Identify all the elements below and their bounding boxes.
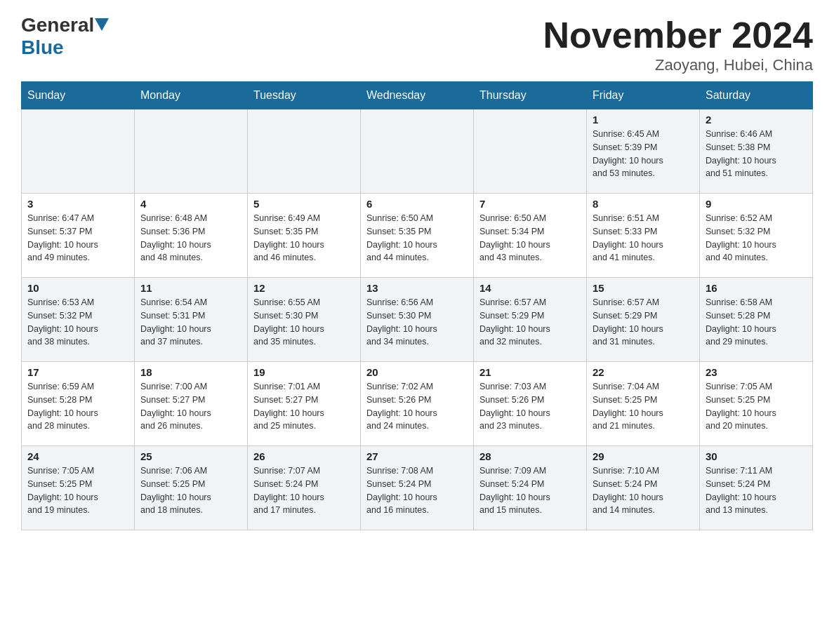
day-info: Sunrise: 7:11 AMSunset: 5:24 PMDaylight:… <box>706 464 807 517</box>
day-info: Sunrise: 6:46 AMSunset: 5:38 PMDaylight:… <box>706 128 807 180</box>
calendar-cell: 3Sunrise: 6:47 AMSunset: 5:37 PMDaylight… <box>22 194 135 278</box>
day-info: Sunrise: 6:55 AMSunset: 5:30 PMDaylight:… <box>253 296 355 349</box>
calendar-cell: 9Sunrise: 6:52 AMSunset: 5:32 PMDaylight… <box>700 194 813 278</box>
calendar-cell: 1Sunrise: 6:45 AMSunset: 5:39 PMDaylight… <box>587 109 700 194</box>
day-info: Sunrise: 6:45 AMSunset: 5:39 PMDaylight:… <box>593 128 694 180</box>
weekday-header-row: SundayMondayTuesdayWednesdayThursdayFrid… <box>22 82 813 109</box>
day-info: Sunrise: 7:03 AMSunset: 5:26 PMDaylight:… <box>479 380 581 433</box>
day-number: 17 <box>27 366 128 378</box>
day-number: 11 <box>140 282 241 294</box>
weekday-header-wednesday: Wednesday <box>361 82 474 109</box>
calendar-cell: 8Sunrise: 6:51 AMSunset: 5:33 PMDaylight… <box>587 194 700 278</box>
calendar-cell <box>361 109 474 194</box>
day-number: 13 <box>366 282 468 294</box>
day-info: Sunrise: 6:48 AMSunset: 5:36 PMDaylight:… <box>140 212 241 264</box>
day-info: Sunrise: 6:47 AMSunset: 5:37 PMDaylight:… <box>27 212 128 264</box>
calendar-cell: 25Sunrise: 7:06 AMSunset: 5:25 PMDayligh… <box>135 446 248 530</box>
calendar-cell <box>248 109 361 194</box>
calendar-cell <box>474 109 587 194</box>
week-row-5: 24Sunrise: 7:05 AMSunset: 5:25 PMDayligh… <box>22 446 813 530</box>
day-number: 2 <box>706 114 807 126</box>
title-section: November 2024 Zaoyang, Hubei, China <box>543 14 813 74</box>
day-info: Sunrise: 7:06 AMSunset: 5:25 PMDaylight:… <box>140 464 241 517</box>
calendar-cell: 11Sunrise: 6:54 AMSunset: 5:31 PMDayligh… <box>135 278 248 362</box>
day-number: 29 <box>593 450 694 462</box>
day-info: Sunrise: 6:57 AMSunset: 5:29 PMDaylight:… <box>593 296 694 349</box>
day-number: 25 <box>140 450 241 462</box>
day-info: Sunrise: 6:50 AMSunset: 5:34 PMDaylight:… <box>479 212 581 264</box>
calendar-cell: 27Sunrise: 7:08 AMSunset: 5:24 PMDayligh… <box>361 446 474 530</box>
day-number: 9 <box>706 198 807 210</box>
day-info: Sunrise: 7:00 AMSunset: 5:27 PMDaylight:… <box>140 380 241 433</box>
calendar-table: SundayMondayTuesdayWednesdayThursdayFrid… <box>21 81 813 530</box>
calendar-cell: 5Sunrise: 6:49 AMSunset: 5:35 PMDaylight… <box>248 194 361 278</box>
page-header: General Blue November 2024 Zaoyang, Hube… <box>21 14 813 74</box>
calendar-cell: 15Sunrise: 6:57 AMSunset: 5:29 PMDayligh… <box>587 278 700 362</box>
day-number: 28 <box>479 450 581 462</box>
day-info: Sunrise: 7:04 AMSunset: 5:25 PMDaylight:… <box>593 380 694 433</box>
calendar-cell <box>135 109 248 194</box>
day-info: Sunrise: 6:51 AMSunset: 5:33 PMDaylight:… <box>593 212 694 264</box>
calendar-cell: 6Sunrise: 6:50 AMSunset: 5:35 PMDaylight… <box>361 194 474 278</box>
weekday-header-saturday: Saturday <box>700 82 813 109</box>
weekday-header-friday: Friday <box>587 82 700 109</box>
day-number: 30 <box>706 450 807 462</box>
calendar-cell: 10Sunrise: 6:53 AMSunset: 5:32 PMDayligh… <box>22 278 135 362</box>
logo-general-text: General <box>21 14 94 36</box>
day-info: Sunrise: 6:57 AMSunset: 5:29 PMDaylight:… <box>479 296 581 349</box>
logo-arrow-icon <box>95 18 109 32</box>
day-info: Sunrise: 6:58 AMSunset: 5:28 PMDaylight:… <box>706 296 807 349</box>
calendar-cell: 24Sunrise: 7:05 AMSunset: 5:25 PMDayligh… <box>22 446 135 530</box>
day-number: 14 <box>479 282 581 294</box>
calendar-cell: 18Sunrise: 7:00 AMSunset: 5:27 PMDayligh… <box>135 362 248 446</box>
day-info: Sunrise: 7:10 AMSunset: 5:24 PMDaylight:… <box>593 464 694 517</box>
calendar-cell: 29Sunrise: 7:10 AMSunset: 5:24 PMDayligh… <box>587 446 700 530</box>
calendar-cell: 21Sunrise: 7:03 AMSunset: 5:26 PMDayligh… <box>474 362 587 446</box>
calendar-cell: 23Sunrise: 7:05 AMSunset: 5:25 PMDayligh… <box>700 362 813 446</box>
calendar-cell: 26Sunrise: 7:07 AMSunset: 5:24 PMDayligh… <box>248 446 361 530</box>
day-info: Sunrise: 7:05 AMSunset: 5:25 PMDaylight:… <box>27 464 128 517</box>
calendar-cell: 22Sunrise: 7:04 AMSunset: 5:25 PMDayligh… <box>587 362 700 446</box>
day-number: 24 <box>27 450 128 462</box>
day-number: 21 <box>479 366 581 378</box>
calendar-cell: 19Sunrise: 7:01 AMSunset: 5:27 PMDayligh… <box>248 362 361 446</box>
day-info: Sunrise: 6:53 AMSunset: 5:32 PMDaylight:… <box>27 296 128 349</box>
day-info: Sunrise: 7:07 AMSunset: 5:24 PMDaylight:… <box>253 464 355 517</box>
day-number: 27 <box>366 450 468 462</box>
day-info: Sunrise: 6:56 AMSunset: 5:30 PMDaylight:… <box>366 296 468 349</box>
day-info: Sunrise: 7:08 AMSunset: 5:24 PMDaylight:… <box>366 464 468 517</box>
day-number: 4 <box>140 198 241 210</box>
day-number: 18 <box>140 366 241 378</box>
day-number: 19 <box>253 366 355 378</box>
day-info: Sunrise: 6:50 AMSunset: 5:35 PMDaylight:… <box>366 212 468 264</box>
day-number: 8 <box>593 198 694 210</box>
day-info: Sunrise: 7:09 AMSunset: 5:24 PMDaylight:… <box>479 464 581 517</box>
calendar-cell: 4Sunrise: 6:48 AMSunset: 5:36 PMDaylight… <box>135 194 248 278</box>
week-row-2: 3Sunrise: 6:47 AMSunset: 5:37 PMDaylight… <box>22 194 813 278</box>
day-info: Sunrise: 6:49 AMSunset: 5:35 PMDaylight:… <box>253 212 355 264</box>
day-number: 3 <box>27 198 128 210</box>
calendar-cell: 13Sunrise: 6:56 AMSunset: 5:30 PMDayligh… <box>361 278 474 362</box>
day-number: 26 <box>253 450 355 462</box>
calendar-cell: 17Sunrise: 6:59 AMSunset: 5:28 PMDayligh… <box>22 362 135 446</box>
weekday-header-tuesday: Tuesday <box>248 82 361 109</box>
location-text: Zaoyang, Hubei, China <box>543 56 813 74</box>
week-row-1: 1Sunrise: 6:45 AMSunset: 5:39 PMDaylight… <box>22 109 813 194</box>
weekday-header-sunday: Sunday <box>22 82 135 109</box>
calendar-cell: 7Sunrise: 6:50 AMSunset: 5:34 PMDaylight… <box>474 194 587 278</box>
calendar-cell: 14Sunrise: 6:57 AMSunset: 5:29 PMDayligh… <box>474 278 587 362</box>
day-info: Sunrise: 7:02 AMSunset: 5:26 PMDaylight:… <box>366 380 468 433</box>
day-number: 22 <box>593 366 694 378</box>
day-number: 23 <box>706 366 807 378</box>
weekday-header-monday: Monday <box>135 82 248 109</box>
calendar-cell: 16Sunrise: 6:58 AMSunset: 5:28 PMDayligh… <box>700 278 813 362</box>
day-number: 20 <box>366 366 468 378</box>
day-number: 15 <box>593 282 694 294</box>
calendar-cell: 20Sunrise: 7:02 AMSunset: 5:26 PMDayligh… <box>361 362 474 446</box>
calendar-cell <box>22 109 135 194</box>
svg-marker-0 <box>95 18 109 31</box>
day-number: 5 <box>253 198 355 210</box>
day-info: Sunrise: 6:59 AMSunset: 5:28 PMDaylight:… <box>27 380 128 433</box>
day-info: Sunrise: 6:54 AMSunset: 5:31 PMDaylight:… <box>140 296 241 349</box>
day-info: Sunrise: 7:01 AMSunset: 5:27 PMDaylight:… <box>253 380 355 433</box>
